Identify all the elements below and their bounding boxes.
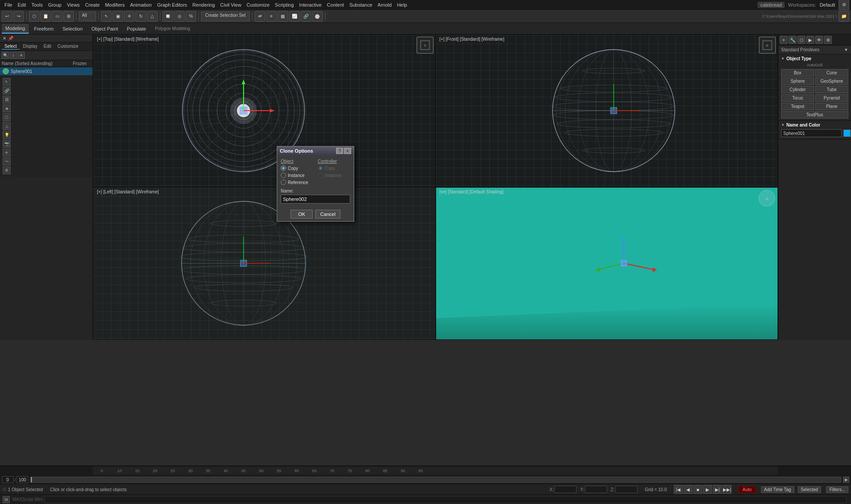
tool-lights-icon[interactable]: 💡 [3,131,11,139]
menu-interactive[interactable]: Interactive [297,1,325,8]
dialog-titlebar[interactable]: Clone Options ? × [277,146,354,155]
menu-views[interactable]: Views [64,1,82,8]
scene-object-sphere001[interactable]: Sphere001 [0,67,93,75]
maxscript-icon[interactable]: M [3,496,10,503]
btn-textplus[interactable]: TextPlus [781,111,848,119]
tool-shapes-icon[interactable]: △ [3,122,11,130]
btn-box[interactable]: Box [781,69,814,77]
radio-object-reference[interactable]: Reference [281,180,313,185]
btn-cone[interactable]: Cone [815,69,848,77]
viewport-perspective[interactable]: [ve] [Standard] [Default Shading] [436,187,778,340]
schematic-btn[interactable]: 🔗 [301,11,311,22]
dialog-help-btn[interactable]: ? [336,148,343,154]
dialog-cancel-btn[interactable]: Cancel [315,210,340,219]
rect-select-btn[interactable]: ▭ [52,11,62,22]
tab-modeling[interactable]: Modeling [2,24,29,34]
menu-modifiers[interactable]: Modifiers [102,1,128,8]
se-tab-customize[interactable]: Customize [55,43,81,50]
btn-plane[interactable]: Plane [815,103,848,110]
menu-create[interactable]: Create [82,1,102,8]
tool-bind-icon[interactable]: ◈ [3,104,11,112]
object-color-swatch[interactable] [843,130,851,137]
object-name-input[interactable] [781,129,842,137]
last-frame-btn[interactable]: ▶▶| [723,485,731,494]
tool-camera-icon[interactable]: 📷 [3,140,11,148]
coord-y-input[interactable] [585,486,607,493]
viewport-top[interactable]: [+] [Top] [Standard] [Wireframe] [93,35,436,187]
select-obj-btn[interactable]: ⬡ [29,11,39,22]
add-time-tag-btn[interactable]: Add Time Tag [761,486,794,493]
filter-dropdown[interactable]: All [79,12,96,21]
angle-snap-btn[interactable]: ◎ [174,11,185,22]
snap-toggle-btn[interactable]: 🔲 [162,11,173,22]
menu-arnold[interactable]: Arnold [375,1,395,8]
rs-display-icon[interactable]: 👁 [815,36,823,44]
curve-editor-btn[interactable]: 📈 [289,11,300,22]
tool-link-icon[interactable]: 🔗 [3,87,11,95]
menu-civil-view[interactable]: Civil View [217,1,244,8]
tool-helpers-icon[interactable]: ✛ [3,149,11,157]
material-editor-btn[interactable]: ⬤ [312,11,323,22]
pin-icon[interactable]: 📌 [8,36,13,41]
menu-animation[interactable]: Animation [128,1,155,8]
menu-graph-editors[interactable]: Graph Editors [155,1,190,8]
dialog-close-btn[interactable]: × [344,148,351,154]
rs-hierarchy-icon[interactable]: ⬡ [797,36,805,44]
filters-btn[interactable]: Filters... [826,486,848,493]
create-selection-set-btn[interactable]: Create Selection Set [201,12,250,21]
rs-create-icon[interactable]: + [780,36,788,44]
stop-btn[interactable]: ■ [693,485,702,494]
timeline-slider[interactable] [30,477,841,483]
se-tab-edit[interactable]: Edit [41,43,54,50]
total-frames[interactable]: 100 [16,476,28,483]
rotate-btn[interactable]: ↻ [135,11,146,22]
tool-select-icon[interactable]: ↖ [3,78,11,86]
play-fwd-btn[interactable]: ▶ [703,485,712,494]
current-frame[interactable]: 0 [2,476,14,483]
se-options-btn[interactable]: ≡ [18,52,25,59]
close-icon[interactable]: ✕ [3,36,6,41]
menu-group[interactable]: Group [45,1,64,8]
tool-systems-icon[interactable]: ⚙ [3,166,11,174]
tab-selection[interactable]: Selection [59,24,86,34]
scale-btn[interactable]: △ [147,11,158,22]
btn-sphere[interactable]: Sphere [781,77,814,85]
menu-tools[interactable]: Tools [29,1,46,8]
radio-object-instance[interactable]: Instance [281,173,313,178]
rs-utilities-icon[interactable]: ⚙ [824,36,832,44]
se-sort-btn[interactable]: ↕ [10,52,17,59]
auto-key-btn[interactable]: Auto [739,486,756,493]
btn-teapot[interactable]: Teapot [781,103,814,110]
clone-dialog[interactable]: Clone Options ? × Object Copy [277,146,354,222]
select-by-name-btn[interactable]: 📋 [40,11,51,22]
se-filter-btn[interactable]: 🔍 [2,52,9,59]
tab-populate[interactable]: Populate [123,24,149,34]
rs-expand-icon[interactable]: ▼ [844,47,848,52]
percent-snap-btn[interactable]: % [186,11,196,22]
undo-btn[interactable]: ↩ [2,11,12,22]
tool-unlink-icon[interactable]: ⛓ [3,96,11,104]
btn-tube[interactable]: Tube [815,86,848,93]
se-tab-select[interactable]: Select [2,43,19,50]
menu-rendering[interactable]: Rendering [190,1,218,8]
prev-frame-btn[interactable]: |◀ [674,485,683,494]
btn-cylinder[interactable]: Cylinder [781,86,814,93]
menu-content[interactable]: Content [324,1,347,8]
settings-btn[interactable]: ⚙ [839,0,849,10]
rs-motion-icon[interactable]: ▶ [806,36,814,44]
path-browse-btn[interactable]: 📁 [839,11,849,22]
coord-z-input[interactable] [615,486,638,493]
dialog-ok-btn[interactable]: OK [290,210,313,219]
select-region-btn[interactable]: ▣ [112,11,123,22]
radio-object-copy[interactable]: Copy [281,165,313,171]
select-btn[interactable]: ↖ [101,11,112,22]
nav-cube-front[interactable]: F [759,37,776,54]
menu-help[interactable]: Help [395,1,410,8]
menu-scripting[interactable]: Scripting [272,1,297,8]
btn-geosphere[interactable]: GeoSphere [815,77,848,85]
align-btn[interactable]: ≡ [266,11,277,22]
menu-file[interactable]: File [2,1,15,8]
se-tab-display[interactable]: Display [20,43,40,50]
redo-btn[interactable]: ↪ [13,11,24,22]
tool-geometry-icon[interactable]: ⬡ [3,113,11,121]
